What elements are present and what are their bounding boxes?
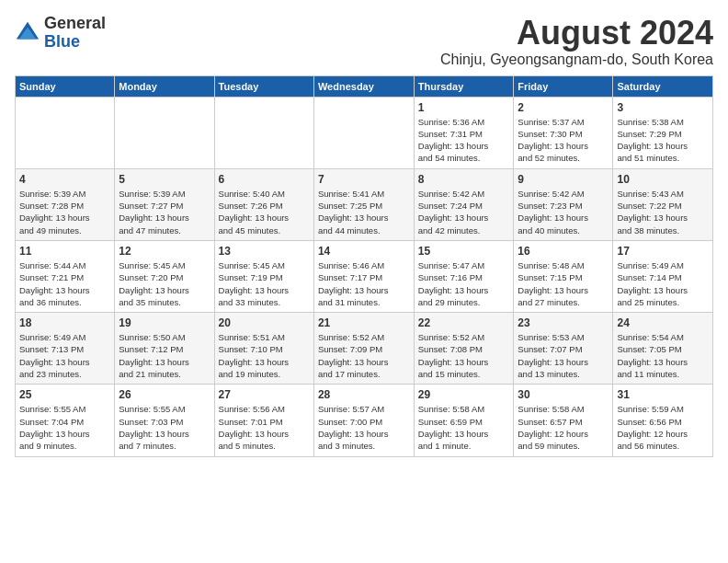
- day-info: Sunrise: 5:45 AM Sunset: 7:20 PM Dayligh…: [119, 259, 210, 308]
- title-block: August 2024 Chinju, Gyeongsangnam-do, So…: [440, 15, 713, 68]
- day-info: Sunrise: 5:41 AM Sunset: 7:25 PM Dayligh…: [318, 188, 410, 236]
- day-number: 3: [617, 101, 709, 114]
- calendar-cell: 8Sunrise: 5:42 AM Sunset: 7:24 PM Daylig…: [414, 168, 514, 240]
- header: General Blue August 2024 Chinju, Gyeongs…: [15, 15, 713, 68]
- day-number: 18: [19, 316, 110, 329]
- column-header-wednesday: Wednesday: [313, 75, 414, 97]
- day-info: Sunrise: 5:52 AM Sunset: 7:08 PM Dayligh…: [418, 331, 510, 380]
- calendar-cell: 7Sunrise: 5:41 AM Sunset: 7:25 PM Daylig…: [313, 168, 414, 240]
- day-number: 1: [418, 101, 510, 114]
- column-header-tuesday: Tuesday: [214, 75, 313, 97]
- day-number: 25: [19, 388, 110, 401]
- day-info: Sunrise: 5:39 AM Sunset: 7:28 PM Dayligh…: [19, 188, 110, 236]
- day-number: 26: [119, 388, 210, 401]
- day-number: 5: [119, 173, 210, 186]
- day-number: 29: [418, 388, 510, 401]
- calendar-cell: 19Sunrise: 5:50 AM Sunset: 7:12 PM Dayli…: [115, 313, 214, 385]
- page-subtitle: Chinju, Gyeongsangnam-do, South Korea: [440, 52, 713, 68]
- calendar-cell: 15Sunrise: 5:47 AM Sunset: 7:16 PM Dayli…: [414, 240, 514, 312]
- calendar-cell: 12Sunrise: 5:45 AM Sunset: 7:20 PM Dayli…: [115, 240, 214, 312]
- calendar-cell: 3Sunrise: 5:38 AM Sunset: 7:29 PM Daylig…: [613, 97, 713, 168]
- calendar-cell: 18Sunrise: 5:49 AM Sunset: 7:13 PM Dayli…: [16, 313, 115, 385]
- calendar-cell: 9Sunrise: 5:42 AM Sunset: 7:23 PM Daylig…: [514, 168, 613, 240]
- calendar-cell: 13Sunrise: 5:45 AM Sunset: 7:19 PM Dayli…: [214, 240, 313, 312]
- calendar-cell: 11Sunrise: 5:44 AM Sunset: 7:21 PM Dayli…: [16, 240, 115, 312]
- day-info: Sunrise: 5:40 AM Sunset: 7:26 PM Dayligh…: [219, 188, 310, 236]
- calendar-cell: 21Sunrise: 5:52 AM Sunset: 7:09 PM Dayli…: [313, 313, 414, 385]
- day-number: 17: [617, 245, 709, 258]
- day-info: Sunrise: 5:42 AM Sunset: 7:24 PM Dayligh…: [418, 188, 510, 236]
- day-number: 27: [219, 388, 310, 401]
- day-number: 15: [418, 245, 510, 258]
- day-info: Sunrise: 5:38 AM Sunset: 7:29 PM Dayligh…: [617, 116, 709, 165]
- day-number: 28: [318, 388, 410, 401]
- day-number: 4: [19, 173, 110, 186]
- column-header-thursday: Thursday: [414, 75, 514, 97]
- day-number: 13: [219, 245, 310, 258]
- day-number: 12: [119, 245, 210, 258]
- day-info: Sunrise: 5:42 AM Sunset: 7:23 PM Dayligh…: [518, 188, 609, 236]
- day-number: 31: [617, 388, 709, 401]
- day-info: Sunrise: 5:55 AM Sunset: 7:04 PM Dayligh…: [19, 403, 110, 452]
- day-number: 20: [219, 316, 310, 329]
- logo: General Blue: [15, 15, 106, 52]
- calendar-cell: 5Sunrise: 5:39 AM Sunset: 7:27 PM Daylig…: [115, 168, 214, 240]
- calendar-cell: 1Sunrise: 5:36 AM Sunset: 7:31 PM Daylig…: [414, 97, 514, 168]
- day-info: Sunrise: 5:52 AM Sunset: 7:09 PM Dayligh…: [318, 331, 410, 380]
- calendar-cell: 6Sunrise: 5:40 AM Sunset: 7:26 PM Daylig…: [214, 168, 313, 240]
- calendar-cell: 10Sunrise: 5:43 AM Sunset: 7:22 PM Dayli…: [613, 168, 713, 240]
- logo-text: General Blue: [44, 15, 106, 52]
- day-number: 11: [19, 245, 110, 258]
- day-number: 10: [617, 173, 709, 186]
- calendar-cell: [313, 97, 414, 168]
- day-info: Sunrise: 5:56 AM Sunset: 7:01 PM Dayligh…: [219, 403, 310, 452]
- day-number: 21: [318, 316, 410, 329]
- day-number: 8: [418, 173, 510, 186]
- day-info: Sunrise: 5:51 AM Sunset: 7:10 PM Dayligh…: [219, 331, 310, 380]
- logo-icon: [15, 20, 40, 46]
- calendar-cell: [115, 97, 214, 168]
- day-info: Sunrise: 5:55 AM Sunset: 7:03 PM Dayligh…: [119, 403, 210, 452]
- calendar-cell: 23Sunrise: 5:53 AM Sunset: 7:07 PM Dayli…: [514, 313, 613, 385]
- day-number: 9: [518, 173, 609, 186]
- day-info: Sunrise: 5:44 AM Sunset: 7:21 PM Dayligh…: [19, 259, 110, 308]
- day-info: Sunrise: 5:50 AM Sunset: 7:12 PM Dayligh…: [119, 331, 210, 380]
- column-header-monday: Monday: [115, 75, 214, 97]
- day-info: Sunrise: 5:43 AM Sunset: 7:22 PM Dayligh…: [617, 188, 709, 236]
- day-info: Sunrise: 5:59 AM Sunset: 6:56 PM Dayligh…: [617, 403, 709, 452]
- calendar-cell: 25Sunrise: 5:55 AM Sunset: 7:04 PM Dayli…: [16, 385, 115, 456]
- day-info: Sunrise: 5:45 AM Sunset: 7:19 PM Dayligh…: [219, 259, 310, 308]
- page-title: August 2024: [440, 15, 713, 52]
- day-info: Sunrise: 5:46 AM Sunset: 7:17 PM Dayligh…: [318, 259, 410, 308]
- day-info: Sunrise: 5:58 AM Sunset: 6:59 PM Dayligh…: [418, 403, 510, 452]
- calendar-cell: [214, 97, 313, 168]
- day-number: 22: [418, 316, 510, 329]
- column-header-sunday: Sunday: [16, 75, 115, 97]
- day-info: Sunrise: 5:57 AM Sunset: 7:00 PM Dayligh…: [318, 403, 410, 452]
- day-info: Sunrise: 5:47 AM Sunset: 7:16 PM Dayligh…: [418, 259, 510, 308]
- day-info: Sunrise: 5:49 AM Sunset: 7:13 PM Dayligh…: [19, 331, 110, 380]
- day-info: Sunrise: 5:36 AM Sunset: 7:31 PM Dayligh…: [418, 116, 510, 165]
- calendar-cell: 2Sunrise: 5:37 AM Sunset: 7:30 PM Daylig…: [514, 97, 613, 168]
- calendar-cell: 24Sunrise: 5:54 AM Sunset: 7:05 PM Dayli…: [613, 313, 713, 385]
- calendar-cell: 30Sunrise: 5:58 AM Sunset: 6:57 PM Dayli…: [514, 385, 613, 456]
- day-number: 16: [518, 245, 609, 258]
- day-number: 19: [119, 316, 210, 329]
- day-number: 6: [219, 173, 310, 186]
- day-info: Sunrise: 5:37 AM Sunset: 7:30 PM Dayligh…: [518, 116, 609, 165]
- column-header-friday: Friday: [514, 75, 613, 97]
- calendar-cell: 22Sunrise: 5:52 AM Sunset: 7:08 PM Dayli…: [414, 313, 514, 385]
- calendar-cell: 17Sunrise: 5:49 AM Sunset: 7:14 PM Dayli…: [613, 240, 713, 312]
- day-info: Sunrise: 5:39 AM Sunset: 7:27 PM Dayligh…: [119, 188, 210, 236]
- day-number: 24: [617, 316, 709, 329]
- calendar-table: SundayMondayTuesdayWednesdayThursdayFrid…: [15, 75, 713, 457]
- calendar-cell: [16, 97, 115, 168]
- calendar-cell: 4Sunrise: 5:39 AM Sunset: 7:28 PM Daylig…: [16, 168, 115, 240]
- day-info: Sunrise: 5:58 AM Sunset: 6:57 PM Dayligh…: [518, 403, 609, 452]
- calendar-cell: 29Sunrise: 5:58 AM Sunset: 6:59 PM Dayli…: [414, 385, 514, 456]
- calendar-cell: 31Sunrise: 5:59 AM Sunset: 6:56 PM Dayli…: [613, 385, 713, 456]
- calendar-cell: 20Sunrise: 5:51 AM Sunset: 7:10 PM Dayli…: [214, 313, 313, 385]
- calendar-cell: 28Sunrise: 5:57 AM Sunset: 7:00 PM Dayli…: [313, 385, 414, 456]
- column-header-saturday: Saturday: [613, 75, 713, 97]
- day-number: 23: [518, 316, 609, 329]
